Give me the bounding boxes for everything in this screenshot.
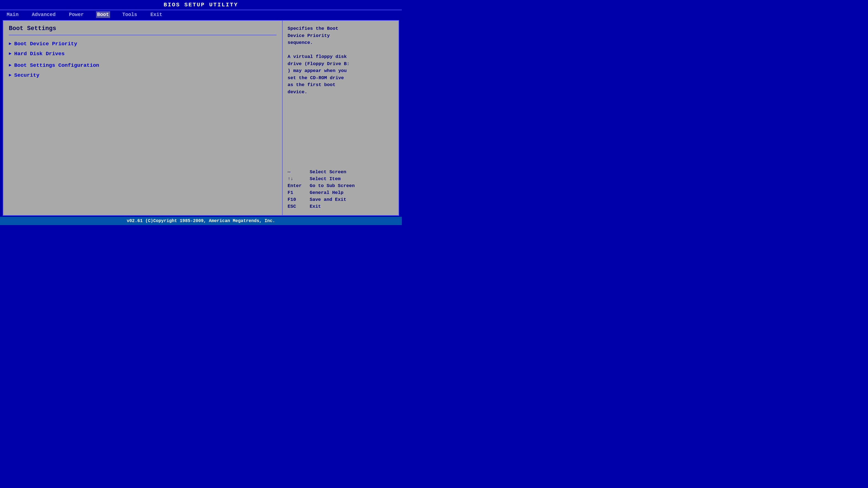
key-row-esc: ESC Exit: [287, 204, 394, 209]
menu-boot-device-priority[interactable]: ► Boot Device Priority: [9, 41, 277, 47]
left-panel: Boot Settings ► Boot Device Priority ► H…: [3, 21, 283, 215]
key-row-select-screen: ↔ Select Screen: [287, 169, 394, 174]
key-select-item-desc: Select Item: [310, 176, 341, 182]
nav-tools[interactable]: Tools: [121, 11, 138, 18]
key-row-f10: F10 Save and Exit: [287, 197, 394, 202]
menu-item-label-4: Security: [14, 72, 39, 78]
nav-main[interactable]: Main: [5, 11, 20, 18]
arrow-icon-2: ►: [9, 51, 11, 56]
key-arrows: ↔: [287, 169, 310, 174]
menu-group-2: ► Boot Settings Configuration ► Security: [9, 62, 277, 78]
key-enter: Enter: [287, 183, 310, 188]
footer: v02.61 (C)Copyright 1985-2009, American …: [0, 217, 402, 225]
arrow-icon-4: ►: [9, 73, 11, 78]
key-row-f1: F1 General Help: [287, 190, 394, 195]
menu-group-1: ► Boot Device Priority ► Hard Disk Drive…: [9, 41, 277, 57]
key-esc-desc: Exit: [310, 204, 321, 209]
key-f10: F10: [287, 197, 310, 202]
key-enter-desc: Go to Sub Screen: [310, 183, 355, 188]
nav-advanced[interactable]: Advanced: [31, 11, 57, 18]
footer-text: v02.61 (C)Copyright 1985-2009, American …: [127, 219, 275, 223]
bios-screen: BIOS SETUP UTILITY Main Advanced Power B…: [0, 0, 402, 225]
panel-title: Boot Settings: [9, 25, 277, 32]
help-text-line1: Specifies the BootDevice Prioritysequenc…: [287, 26, 338, 45]
nav-power[interactable]: Power: [68, 11, 85, 18]
title: BIOS SETUP UTILITY: [164, 2, 238, 8]
main-content: Boot Settings ► Boot Device Priority ► H…: [3, 20, 399, 216]
right-panel: Specifies the BootDevice Prioritysequenc…: [283, 21, 399, 215]
help-text: Specifies the BootDevice Prioritysequenc…: [287, 25, 394, 95]
key-f1-desc: General Help: [310, 190, 343, 195]
menu-boot-settings-config[interactable]: ► Boot Settings Configuration: [9, 62, 277, 68]
menu-item-label-3: Boot Settings Configuration: [14, 62, 99, 68]
nav-bar: Main Advanced Power Boot Tools Exit: [0, 10, 402, 19]
key-f10-desc: Save and Exit: [310, 197, 346, 202]
nav-boot[interactable]: Boot: [96, 11, 110, 18]
panel-divider: [9, 35, 277, 35]
key-f1: F1: [287, 190, 310, 195]
arrow-icon-3: ►: [9, 63, 11, 68]
key-esc: ESC: [287, 204, 310, 209]
menu-security[interactable]: ► Security: [9, 72, 277, 78]
key-row-enter: Enter Go to Sub Screen: [287, 183, 394, 188]
arrow-icon-1: ►: [9, 41, 11, 46]
menu-hard-disk-drives[interactable]: ► Hard Disk Drives: [9, 51, 277, 57]
key-list: ↔ Select Screen ↑↓ Select Item Enter Go …: [287, 169, 394, 211]
key-updown: ↑↓: [287, 176, 310, 182]
nav-exit[interactable]: Exit: [149, 11, 163, 18]
key-row-select-item: ↑↓ Select Item: [287, 176, 394, 182]
menu-item-label-2: Hard Disk Drives: [14, 51, 65, 57]
help-text-line2: A virtual floppy diskdrive (Floppy Drive…: [287, 54, 349, 95]
menu-item-label-1: Boot Device Priority: [14, 41, 77, 47]
key-select-screen-desc: Select Screen: [310, 169, 346, 174]
title-bar: BIOS SETUP UTILITY: [0, 0, 402, 10]
